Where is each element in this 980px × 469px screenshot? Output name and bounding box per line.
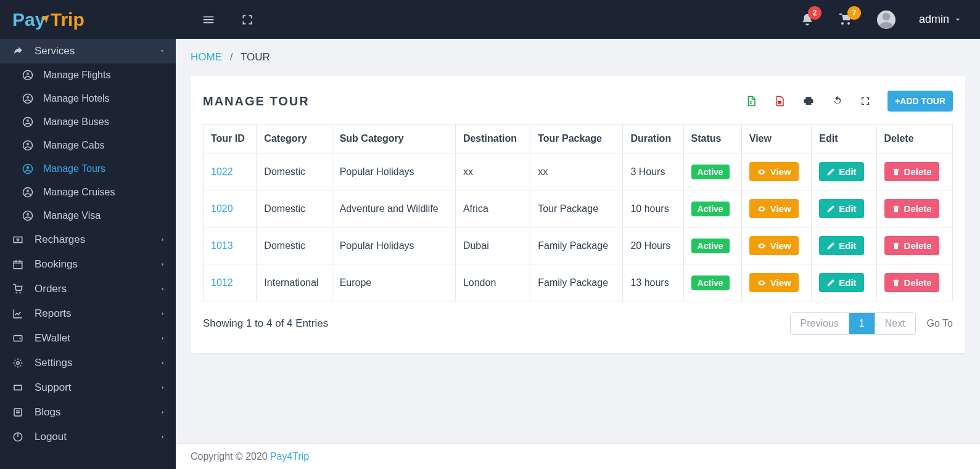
- calendar-icon: [10, 259, 26, 270]
- pager-next[interactable]: Next: [875, 313, 915, 334]
- logo[interactable]: Pay Trip: [0, 0, 176, 39]
- chevron-right-icon: [160, 335, 166, 341]
- export-pdf-icon[interactable]: [774, 95, 785, 107]
- breadcrumb-home[interactable]: HOME: [191, 51, 222, 63]
- refresh-icon[interactable]: [832, 96, 843, 107]
- pager-page-1[interactable]: 1: [849, 313, 875, 334]
- sidebar-item-services[interactable]: Services: [0, 39, 176, 63]
- svg-point-6: [27, 120, 30, 123]
- delete-button[interactable]: Delete: [884, 199, 939, 218]
- svg-text:X: X: [749, 100, 752, 105]
- view-button[interactable]: View: [749, 162, 799, 181]
- print-icon[interactable]: [802, 96, 815, 107]
- chevron-right-icon: [160, 237, 166, 243]
- ticket-icon: [10, 382, 26, 393]
- sidebar-item-ewallet[interactable]: EWallet: [0, 326, 176, 351]
- card-header: MANAGE TOUR X +ADD TOUR: [203, 91, 953, 112]
- share-icon: [10, 46, 26, 57]
- sidebar-item-support[interactable]: Support: [0, 375, 176, 400]
- tour-id-link[interactable]: 1020: [211, 203, 233, 214]
- svg-point-8: [27, 143, 30, 146]
- plane-icon: [36, 13, 54, 23]
- sidebar-item-logout[interactable]: Logout: [0, 425, 176, 449]
- svg-point-12: [27, 190, 30, 193]
- sidebar-item-reports[interactable]: Reports: [0, 301, 176, 326]
- sidebar-subitem-manage-buses[interactable]: Manage Buses: [0, 110, 176, 134]
- table-row: 1020DomesticAdventure and WildlifeAfrica…: [204, 190, 953, 227]
- sidebar-subitem-manage-tours[interactable]: Manage Tours: [0, 157, 176, 181]
- svg-point-10: [27, 166, 30, 169]
- footer: Copyright © 2020 Pay4Trip: [176, 443, 980, 469]
- breadcrumb-sep: /: [230, 51, 233, 63]
- sidebar: Services Manage FlightsManage HotelsMana…: [0, 39, 176, 469]
- svg-point-4: [27, 96, 30, 99]
- sidebar-item-bookings[interactable]: Bookings: [0, 252, 176, 277]
- svg-point-21: [17, 362, 20, 365]
- chevron-right-icon: [160, 385, 166, 391]
- pager-goto[interactable]: Go To: [927, 318, 953, 329]
- export-excel-icon[interactable]: X: [746, 95, 757, 107]
- fullscreen-card-icon[interactable]: [860, 96, 870, 106]
- col-delete: Delete: [876, 124, 952, 153]
- chevron-down-icon: [954, 16, 961, 23]
- header: Pay Trip 2 7 admin: [0, 0, 980, 39]
- sidebar-subitem-manage-cabs[interactable]: Manage Cabs: [0, 134, 176, 157]
- sidebar-subitem-manage-flights[interactable]: Manage Flights: [0, 63, 176, 87]
- sidebar-item-recharges[interactable]: Recharges: [0, 227, 176, 252]
- chevron-right-icon: [160, 409, 166, 415]
- user-circle-icon: [22, 210, 36, 221]
- sidebar-subitem-manage-hotels[interactable]: Manage Hotels: [0, 87, 176, 110]
- user-circle-icon: [22, 70, 36, 81]
- sidebar-item-blogs[interactable]: Blogs: [0, 400, 176, 425]
- footer-brand-link[interactable]: Pay4Trip: [270, 451, 309, 462]
- user-circle-icon: [22, 187, 36, 198]
- svg-point-17: [16, 292, 17, 293]
- edit-button[interactable]: Edit: [819, 199, 863, 218]
- main-content: HOME / TOUR MANAGE TOUR X +ADD TOUR Tour…: [176, 39, 980, 469]
- card-manage-tour: MANAGE TOUR X +ADD TOUR Tour IDCategoryS…: [191, 76, 965, 353]
- tour-id-link[interactable]: 1013: [211, 240, 233, 251]
- user-circle-icon: [22, 140, 36, 151]
- svg-rect-25: [778, 101, 781, 104]
- sidebar-subitem-manage-cruises[interactable]: Manage Cruises: [0, 181, 176, 204]
- svg-point-15: [17, 239, 20, 242]
- sidebar-subitem-manage-visa[interactable]: Manage Visa: [0, 204, 176, 227]
- col-category: Category: [257, 124, 332, 153]
- sidebar-item-orders[interactable]: Orders: [0, 277, 176, 301]
- sidebar-label: Services: [35, 45, 75, 57]
- notifications-icon[interactable]: 2: [801, 12, 814, 27]
- edit-button[interactable]: Edit: [819, 273, 863, 292]
- chart-icon: [10, 308, 26, 319]
- card-tools: X +ADD TOUR: [746, 91, 953, 112]
- header-right: 2 7 admin: [801, 10, 980, 29]
- delete-button[interactable]: Delete: [884, 236, 939, 255]
- col-sub-category: Sub Category: [332, 124, 455, 153]
- chevron-right-icon: [160, 311, 166, 317]
- cash-icon: [10, 234, 26, 245]
- menu-toggle-icon[interactable]: [200, 13, 216, 27]
- avatar[interactable]: [877, 10, 896, 29]
- view-button[interactable]: View: [749, 236, 799, 255]
- tour-id-link[interactable]: 1012: [211, 277, 233, 288]
- fullscreen-icon[interactable]: [241, 14, 253, 26]
- col-view: View: [741, 124, 812, 153]
- cart-icon[interactable]: 7: [838, 12, 854, 27]
- footer-text: Copyright © 2020: [191, 451, 268, 462]
- table-row: 1013DomesticPopular HolidaysDubaiFamily …: [204, 227, 953, 264]
- power-icon: [10, 431, 26, 442]
- pager: Previous 1 Next Go To: [790, 312, 953, 335]
- tour-id-link[interactable]: 1022: [211, 166, 233, 177]
- edit-button[interactable]: Edit: [819, 162, 863, 181]
- edit-button[interactable]: Edit: [819, 236, 863, 255]
- delete-button[interactable]: Delete: [884, 162, 939, 181]
- view-button[interactable]: View: [749, 199, 799, 218]
- sidebar-item-settings[interactable]: Settings: [0, 351, 176, 375]
- user-menu[interactable]: admin: [919, 13, 961, 26]
- view-button[interactable]: View: [749, 273, 799, 292]
- col-tour-id: Tour ID: [204, 124, 257, 153]
- pager-prev[interactable]: Previous: [791, 313, 849, 334]
- svg-point-2: [27, 73, 30, 76]
- add-tour-button[interactable]: +ADD TOUR: [887, 91, 953, 112]
- svg-rect-16: [14, 261, 22, 269]
- delete-button[interactable]: Delete: [884, 273, 939, 292]
